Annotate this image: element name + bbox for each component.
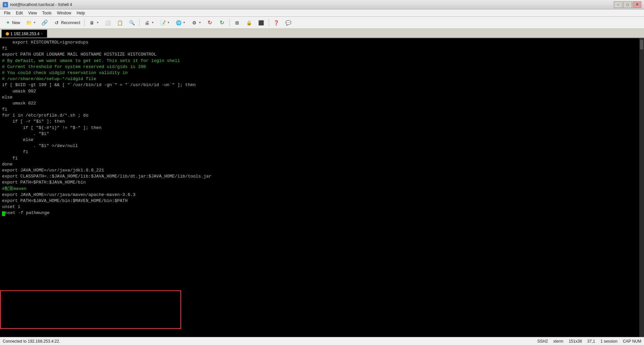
- reconnect-icon: ↺: [53, 19, 60, 26]
- terminal-line: # You could check uidgid reservation val…: [2, 70, 642, 76]
- sync-button[interactable]: ↻: [204, 18, 216, 27]
- screenshot-dropdown-arrow: ▼: [96, 21, 99, 24]
- tab-close-button[interactable]: ×: [41, 32, 43, 36]
- terminal-line: export PATH=$PATH:$JAVA_HOME/bin: [2, 180, 642, 186]
- print-dropdown-arrow: ▼: [151, 21, 154, 24]
- globe-button[interactable]: 🌐 ▼: [173, 18, 188, 27]
- terminal-line: umask 002: [2, 88, 642, 94]
- help-button[interactable]: ❓: [271, 18, 282, 27]
- terminal-line: export HISTCONTROL=ignoredups: [2, 40, 642, 46]
- menu-edit[interactable]: Edit: [13, 10, 25, 16]
- compose-icon: 📝: [159, 19, 166, 26]
- menu-view[interactable]: View: [25, 10, 40, 16]
- sync2-button[interactable]: ↻: [216, 18, 228, 27]
- title-bar-buttons: − □ ✕: [614, 1, 641, 8]
- chat-icon: 💬: [285, 19, 292, 26]
- terminal-scrollbar[interactable]: [639, 38, 644, 337]
- help-icon: ❓: [273, 19, 280, 26]
- close-button[interactable]: ✕: [633, 1, 641, 8]
- terminal-line: else: [2, 137, 642, 143]
- maximize-button[interactable]: □: [623, 1, 632, 8]
- title-bar-left: X root@localhost:/usr/local - Xshell 4: [3, 2, 72, 7]
- reconnect-button[interactable]: ↺ Reconnect: [51, 18, 83, 27]
- separator-3: [229, 19, 230, 26]
- scroll-thumb[interactable]: [640, 40, 643, 50]
- paste-icon: 📋: [116, 19, 123, 26]
- terminal-line: umask 022: [2, 100, 642, 107]
- terminal-line: nset -f pathmunge: [2, 210, 642, 216]
- menu-file[interactable]: File: [1, 10, 13, 16]
- terminal-area[interactable]: export HISTCONTROL=ignoredupsfiexport PA…: [0, 38, 644, 337]
- compose-button[interactable]: 📝 ▼: [157, 18, 172, 27]
- screenshot-button[interactable]: 🖥 ▼: [86, 18, 101, 27]
- terminal-line: export PATH=$JAVA_HOME/bin:$MAVEN_HOME/b…: [2, 198, 642, 204]
- terminal-line: for i in /etc/profile.d/*.sh ; do: [2, 113, 642, 119]
- separator-1: [84, 19, 85, 26]
- terminal-line: export CLASSPATH=.:$JAVA_HOME/lib:$JAVA_…: [2, 174, 642, 180]
- print-icon: 🖨: [144, 19, 150, 26]
- settings-icon: ⚙: [191, 19, 198, 26]
- chat-button[interactable]: 💬: [283, 18, 294, 27]
- status-ssh: SSH2: [537, 339, 548, 344]
- menu-tools[interactable]: Tools: [40, 10, 54, 16]
- connect-icon: 🔗: [41, 19, 48, 26]
- tab-session-1[interactable]: 1 192.168.253.4 ×: [1, 29, 47, 38]
- copy-button[interactable]: ⬜: [102, 18, 113, 27]
- terminal-line: fi: [2, 149, 642, 155]
- toolbar: ✦ New 📁 ▼ 🔗 ↺ Reconnect 🖥 ▼ ⬜ 📋 🔍 🖨 ▼ 📝: [0, 17, 644, 29]
- sync2-icon: ↻: [219, 19, 225, 26]
- find-button[interactable]: 🔍: [126, 18, 138, 27]
- copy-icon: ⬜: [104, 19, 111, 26]
- minimize-button[interactable]: −: [614, 1, 623, 8]
- terminal-line: else: [2, 94, 642, 100]
- menu-window[interactable]: Window: [54, 10, 74, 16]
- sync-icon: ↻: [207, 19, 213, 26]
- status-connection: Connected to 192.168.253.4:22.: [3, 339, 60, 344]
- terminal-line: fi: [2, 155, 642, 161]
- status-caps: CAP NUM: [623, 339, 641, 344]
- tab-status-dot: [6, 32, 9, 36]
- cursor-block: [2, 211, 5, 216]
- terminal-line: done: [2, 161, 642, 167]
- new-icon: ✦: [4, 19, 11, 26]
- sessions-button[interactable]: ⊞: [231, 18, 243, 27]
- app-icon: X: [3, 2, 8, 7]
- terminal-line: . "$i": [2, 131, 642, 137]
- status-right: SSH2 xterm 151x38 37,1 1 session CAP NUM: [537, 339, 641, 344]
- transfer-button[interactable]: ⬛: [256, 18, 267, 27]
- menu-help[interactable]: Help: [74, 10, 88, 16]
- open-folder-button[interactable]: 📁 ▼: [23, 18, 38, 27]
- status-cursor: 37,1: [587, 339, 595, 344]
- terminal-line: if [ $UID -gt 199 ] && [ "`/usr/bin/id -…: [2, 82, 642, 88]
- globe-icon: 🌐: [175, 19, 182, 26]
- folder-icon: 📁: [25, 19, 32, 26]
- terminal-line: export JAVA_HOME=/usr/java/maven/apache-…: [2, 192, 642, 198]
- settings-dropdown-arrow: ▼: [199, 21, 201, 24]
- terminal-line: if [ "${-#*i}" != "$-" ]; then: [2, 125, 642, 131]
- terminal-line: export JAVA_HOME=/usr/java/jdk1.8.0_221: [2, 167, 642, 174]
- terminal-line: fi: [2, 46, 642, 52]
- reconnect-label: Reconnect: [61, 20, 80, 25]
- separator-2: [139, 19, 140, 26]
- find-icon: 🔍: [128, 19, 135, 26]
- status-bar: Connected to 192.168.253.4:22. SSH2 xter…: [0, 337, 644, 345]
- window-title: root@localhost:/usr/local - Xshell 4: [10, 2, 72, 7]
- print-button[interactable]: 🖨 ▼: [141, 18, 156, 27]
- terminal-line: export PATH USER LOGNAME MAIL HOSTNAME H…: [2, 52, 642, 58]
- connect-button[interactable]: 🔗: [39, 18, 50, 27]
- new-label: New: [12, 20, 20, 25]
- title-bar: X root@localhost:/usr/local - Xshell 4 −…: [0, 0, 644, 9]
- terminal-line: #配置maven: [2, 186, 642, 192]
- settings-button[interactable]: ⚙ ▼: [189, 18, 204, 27]
- tab-bar: 1 192.168.253.4 ×: [0, 29, 644, 38]
- transfer-icon: ⬛: [258, 19, 265, 26]
- status-term: xterm: [553, 339, 563, 344]
- terminal-line: # Current threshold for system reserved …: [2, 64, 642, 70]
- lock-button[interactable]: 🔒: [244, 18, 255, 27]
- terminal-line: # /usr/share/doc/setup-*/uidgid file: [2, 76, 642, 82]
- status-size: 151x38: [569, 339, 582, 344]
- terminal-line: unset i: [2, 204, 642, 210]
- terminal-line: . "$i" >/dev/null: [2, 143, 642, 149]
- new-button[interactable]: ✦ New: [2, 18, 22, 27]
- paste-button[interactable]: 📋: [114, 18, 125, 27]
